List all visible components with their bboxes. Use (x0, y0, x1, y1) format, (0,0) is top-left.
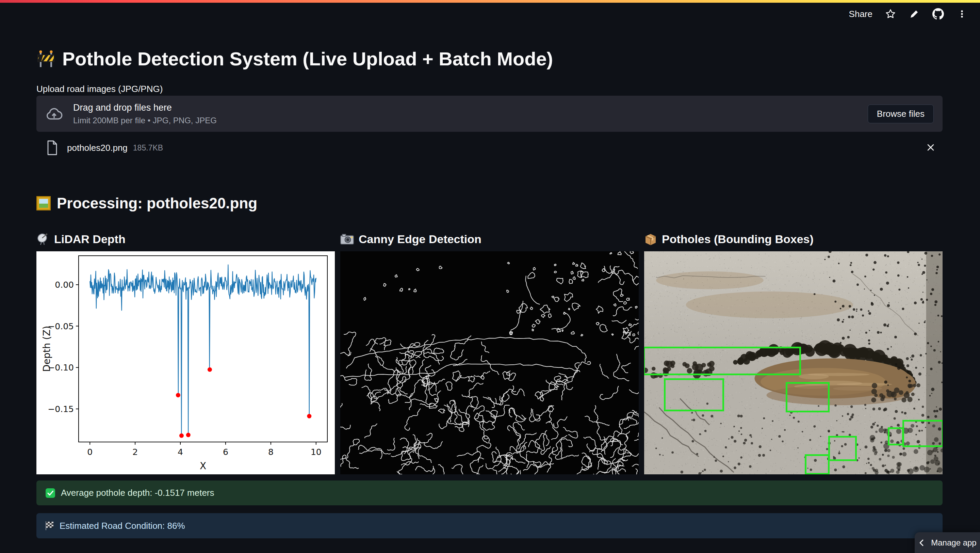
bounding-box (888, 427, 904, 445)
canny-image (340, 251, 639, 474)
upload-cloud-icon (45, 107, 63, 121)
browse-files-button[interactable]: Browse files (868, 105, 934, 123)
bounding-box (786, 382, 830, 412)
star-icon[interactable] (885, 8, 896, 20)
lidar-chart: 0.00−0.05−0.10−0.150246810XDepth (Z) (37, 251, 335, 474)
file-icon (46, 140, 58, 156)
check-icon (45, 488, 56, 498)
svg-text:0.00: 0.00 (55, 280, 74, 290)
pencil-icon[interactable] (908, 8, 920, 20)
dropzone-hint: Limit 200MB per file • JPG, PNG, JPEG (73, 116, 217, 125)
bounding-box (664, 378, 724, 411)
share-button[interactable]: Share (849, 9, 872, 19)
svg-text:10: 10 (311, 447, 321, 457)
file-size: 185.7KB (133, 143, 163, 153)
processing-heading: Processing: potholes20.png (37, 195, 943, 212)
bounding-box (902, 420, 943, 448)
pothole-image (644, 251, 943, 474)
canny-title: Canny Edge Detection (359, 233, 482, 246)
lidar-title: LiDAR Depth (54, 233, 126, 246)
canny-header: Canny Edge Detection (340, 227, 639, 251)
potholes-title: Potholes (Bounding Boxes) (662, 233, 814, 246)
close-icon (926, 143, 935, 152)
svg-text:−0.15: −0.15 (48, 404, 74, 414)
construction-icon (37, 50, 56, 68)
bounding-box (644, 347, 801, 375)
remove-file-button[interactable] (922, 139, 939, 156)
processing-heading-text: Processing: potholes20.png (57, 195, 257, 212)
potholes-header: Potholes (Bounding Boxes) (644, 227, 943, 251)
info-text: Estimated Road Condition: 86% (60, 521, 185, 531)
column-canny: Canny Edge Detection (340, 227, 639, 474)
info-alert: Estimated Road Condition: 86% (37, 513, 943, 539)
package-icon (644, 233, 657, 245)
file-name: potholes20.png (67, 143, 127, 153)
app-toolbar: Share (849, 8, 968, 20)
svg-text:2: 2 (132, 447, 138, 457)
uploaded-file-row: potholes20.png 185.7KB (37, 137, 943, 159)
column-potholes: Potholes (Bounding Boxes) (644, 227, 943, 474)
svg-text:4: 4 (178, 447, 183, 457)
column-lidar: LiDAR Depth 0.00−0.05−0.10−0.150246810XD… (37, 227, 335, 474)
dropzone-text: Drag and drop files here Limit 200MB per… (73, 102, 217, 125)
svg-text:X: X (200, 461, 206, 472)
manage-app-label: Manage app (931, 538, 976, 548)
page-title-text: Pothole Detection System (Live Upload + … (62, 48, 553, 70)
manage-app-button[interactable]: Manage app (915, 532, 980, 553)
chevron-left-icon (918, 539, 926, 547)
satellite-dish-icon (37, 233, 49, 245)
page-title: Pothole Detection System (Live Upload + … (37, 48, 943, 70)
camera-icon (340, 233, 354, 245)
success-alert: Average pothole depth: -0.1517 meters (37, 480, 943, 505)
dropzone[interactable]: Drag and drop files here Limit 200MB per… (37, 96, 943, 132)
framed-picture-icon (37, 196, 51, 210)
uploader-label: Upload road images (JPG/PNG) (37, 84, 943, 94)
overflow-menu-icon[interactable] (956, 8, 968, 20)
svg-text:8: 8 (268, 447, 274, 457)
checkered-flag-icon (45, 521, 54, 531)
bounding-box (828, 436, 857, 461)
decoration-bar (0, 0, 980, 3)
lidar-header: LiDAR Depth (37, 227, 335, 251)
svg-text:Depth (Z): Depth (Z) (41, 326, 52, 372)
github-icon[interactable] (932, 8, 944, 20)
svg-text:0: 0 (87, 447, 92, 457)
bounding-box (805, 454, 830, 474)
svg-text:6: 6 (223, 447, 228, 457)
dropzone-title: Drag and drop files here (73, 102, 217, 113)
results-columns: LiDAR Depth 0.00−0.05−0.10−0.150246810XD… (37, 227, 943, 474)
success-text: Average pothole depth: -0.1517 meters (61, 488, 215, 498)
